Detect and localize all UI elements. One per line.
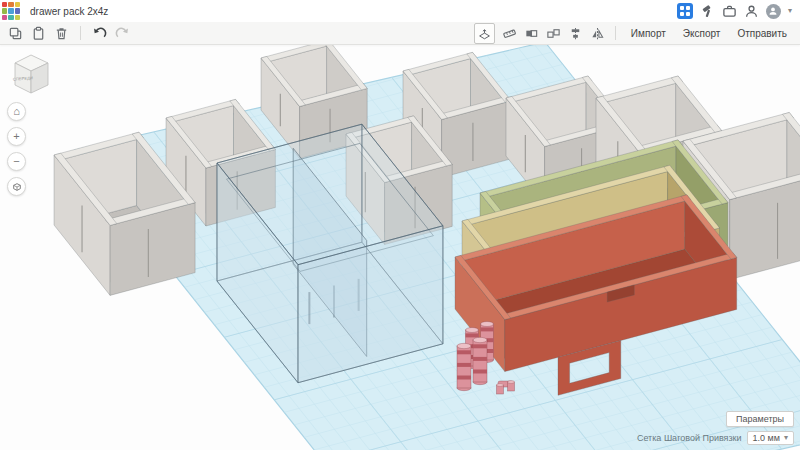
divider bbox=[615, 26, 616, 40]
snap-grid-label: Сетка Шаговой Привязки bbox=[637, 433, 742, 443]
pin-stack-3[interactable] bbox=[457, 343, 471, 390]
snap-grid-select[interactable]: 1.0 мм ▾ bbox=[747, 431, 794, 445]
edit-actions bbox=[8, 26, 130, 41]
snap-grid-row: Сетка Шаговой Привязки 1.0 мм ▾ bbox=[637, 431, 794, 445]
pin-stack-4[interactable] bbox=[473, 337, 487, 384]
workplane-button[interactable] bbox=[474, 23, 495, 44]
paste-icon[interactable] bbox=[31, 26, 46, 41]
edit-toolbar: Импорт Экспорт Отправить bbox=[0, 22, 800, 45]
design-title[interactable]: drawer pack 2x4z bbox=[30, 6, 108, 17]
mirror-icon[interactable] bbox=[590, 26, 605, 41]
avatar-person-icon bbox=[768, 6, 778, 16]
grid-controls: Параметры Сетка Шаговой Привязки 1.0 мм … bbox=[637, 411, 794, 445]
chevron-down-icon[interactable]: ▾ bbox=[788, 7, 792, 15]
undo-icon[interactable] bbox=[92, 26, 107, 41]
ungroup-icon[interactable] bbox=[546, 26, 561, 41]
delete-icon[interactable] bbox=[54, 26, 69, 41]
tinkercad-app: drawer pack 2x4z bbox=[0, 0, 800, 450]
workplane-icon bbox=[478, 27, 491, 40]
import-button[interactable]: Импорт bbox=[626, 26, 671, 41]
viewport-3d[interactable] bbox=[0, 0, 800, 450]
top-header: drawer pack 2x4z bbox=[0, 0, 800, 23]
zoom-in-button[interactable]: + bbox=[7, 127, 26, 146]
apps-grid-button[interactable] bbox=[677, 3, 693, 19]
ruler-icon[interactable] bbox=[502, 26, 517, 41]
view-controls: ⌂ + − bbox=[7, 102, 26, 196]
header-actions: ▾ bbox=[677, 3, 800, 19]
briefcase-icon[interactable] bbox=[722, 4, 737, 19]
group-icon[interactable] bbox=[524, 26, 539, 41]
perspective-icon bbox=[12, 182, 22, 192]
send-button[interactable]: Отправить bbox=[732, 26, 792, 41]
tinkercad-logo[interactable] bbox=[0, 0, 22, 22]
grid-settings-button[interactable]: Параметры bbox=[726, 411, 794, 427]
hammer-icon[interactable] bbox=[700, 4, 715, 19]
export-button[interactable]: Экспорт bbox=[678, 26, 726, 41]
redo-icon[interactable] bbox=[115, 26, 130, 41]
align-icon[interactable] bbox=[568, 26, 583, 41]
home-view-button[interactable]: ⌂ bbox=[7, 102, 26, 121]
divider bbox=[80, 26, 81, 40]
toolbar-right: Импорт Экспорт Отправить bbox=[474, 23, 792, 44]
person-icon[interactable] bbox=[744, 4, 759, 19]
avatar[interactable] bbox=[766, 4, 781, 19]
perspective-toggle-button[interactable] bbox=[7, 177, 26, 196]
chevron-down-icon: ▾ bbox=[784, 434, 788, 442]
snap-grid-value: 1.0 мм bbox=[753, 433, 780, 443]
zoom-out-button[interactable]: − bbox=[7, 152, 26, 171]
copy-icon[interactable] bbox=[8, 26, 23, 41]
view-cube[interactable]: СПЕРЕДИ bbox=[6, 50, 54, 98]
